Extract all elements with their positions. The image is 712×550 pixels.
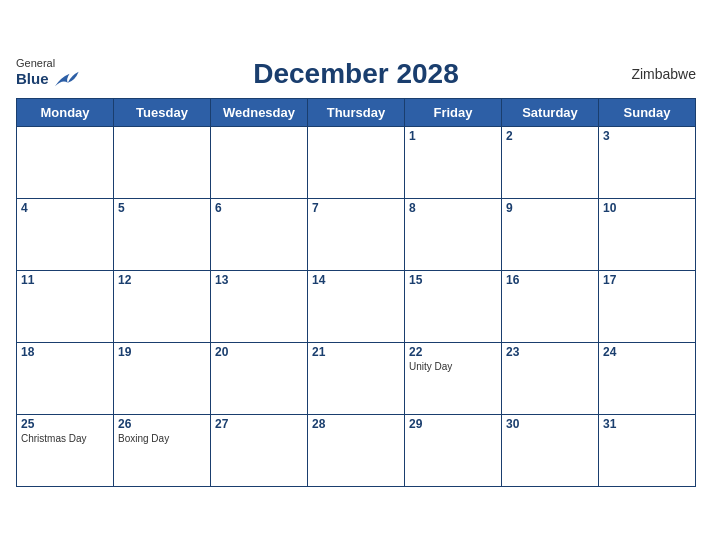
day-number: 20 [215,345,303,359]
day-cell: 18 [17,342,114,414]
day-cell: 14 [308,270,405,342]
day-number: 27 [215,417,303,431]
day-cell: 21 [308,342,405,414]
day-cell: 28 [308,414,405,486]
day-cell [17,126,114,198]
week-row-4: 1819202122Unity Day2324 [17,342,696,414]
day-cell [114,126,211,198]
day-number: 4 [21,201,109,215]
week-row-1: 123 [17,126,696,198]
day-number: 8 [409,201,497,215]
header-wednesday: Wednesday [211,98,308,126]
day-number: 12 [118,273,206,287]
day-number: 3 [603,129,691,143]
day-number: 22 [409,345,497,359]
day-cell: 16 [502,270,599,342]
day-cell: 11 [17,270,114,342]
day-number: 24 [603,345,691,359]
day-cell: 3 [599,126,696,198]
day-cell: 8 [405,198,502,270]
week-row-2: 45678910 [17,198,696,270]
header-thursday: Thursday [308,98,405,126]
month-title: December 2028 [253,58,458,90]
day-cell: 26Boxing Day [114,414,211,486]
day-number: 14 [312,273,400,287]
header-sunday: Sunday [599,98,696,126]
logo-general-text: General [16,57,79,69]
day-cell: 24 [599,342,696,414]
header-friday: Friday [405,98,502,126]
day-cell: 31 [599,414,696,486]
calendar-table: Monday Tuesday Wednesday Thursday Friday… [16,98,696,487]
day-cell: 7 [308,198,405,270]
day-number: 5 [118,201,206,215]
day-cell: 25Christmas Day [17,414,114,486]
day-cell: 19 [114,342,211,414]
day-number: 2 [506,129,594,143]
day-cell: 9 [502,198,599,270]
day-cell: 13 [211,270,308,342]
day-cell [211,126,308,198]
day-number: 7 [312,201,400,215]
logo-blue-text: Blue [16,71,49,88]
logo: General Blue [16,57,79,89]
logo-bird-icon [51,70,79,90]
day-cell: 30 [502,414,599,486]
day-cell: 17 [599,270,696,342]
day-number: 25 [21,417,109,431]
day-number: 26 [118,417,206,431]
calendar-wrapper: General Blue December 2028 Zimbabwe Mond… [0,48,712,503]
day-cell: 29 [405,414,502,486]
day-number: 10 [603,201,691,215]
header-tuesday: Tuesday [114,98,211,126]
day-number: 18 [21,345,109,359]
day-cell: 23 [502,342,599,414]
day-cell: 10 [599,198,696,270]
weekday-header-row: Monday Tuesday Wednesday Thursday Friday… [17,98,696,126]
day-number: 11 [21,273,109,287]
day-number: 23 [506,345,594,359]
day-number: 17 [603,273,691,287]
day-cell: 5 [114,198,211,270]
header-saturday: Saturday [502,98,599,126]
day-number: 15 [409,273,497,287]
day-number: 19 [118,345,206,359]
day-number: 30 [506,417,594,431]
day-number: 6 [215,201,303,215]
calendar-header: General Blue December 2028 Zimbabwe [16,58,696,90]
day-cell [308,126,405,198]
holiday-name: Unity Day [409,361,497,372]
day-cell: 4 [17,198,114,270]
day-number: 31 [603,417,691,431]
holiday-name: Boxing Day [118,433,206,444]
country-name: Zimbabwe [631,66,696,82]
day-cell: 2 [502,126,599,198]
day-cell: 12 [114,270,211,342]
day-number: 29 [409,417,497,431]
week-row-5: 25Christmas Day26Boxing Day2728293031 [17,414,696,486]
day-cell: 15 [405,270,502,342]
day-cell: 27 [211,414,308,486]
day-number: 13 [215,273,303,287]
header-monday: Monday [17,98,114,126]
week-row-3: 11121314151617 [17,270,696,342]
day-cell: 22Unity Day [405,342,502,414]
day-cell: 6 [211,198,308,270]
day-number: 16 [506,273,594,287]
day-number: 21 [312,345,400,359]
holiday-name: Christmas Day [21,433,109,444]
day-number: 9 [506,201,594,215]
day-number: 1 [409,129,497,143]
day-cell: 1 [405,126,502,198]
day-number: 28 [312,417,400,431]
calendar-body: 12345678910111213141516171819202122Unity… [17,126,696,486]
day-cell: 20 [211,342,308,414]
